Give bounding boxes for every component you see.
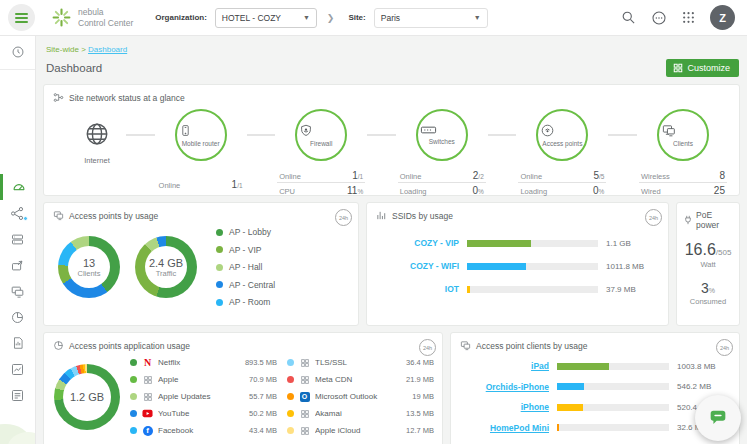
usage-bar [467, 263, 526, 270]
legend-item: AP - Room [216, 297, 275, 307]
status-card-title: Site network status at a glance [69, 93, 185, 103]
legend-item: AP - Hall [216, 262, 275, 272]
pin-navigation-icon[interactable] [0, 42, 35, 62]
app-launcher-icon[interactable] [682, 11, 695, 24]
card-title: Access points by usage [69, 211, 158, 221]
main-content: Site-wide > Dashboard Dashboard Customiz… [36, 36, 747, 444]
breadcrumb-current-link[interactable]: Dashboard [88, 45, 127, 54]
facebook-icon: f [142, 425, 153, 436]
client-link[interactable]: iPhone [453, 402, 549, 412]
legend-item: YouTube50.2 MB [130, 408, 277, 419]
account-avatar[interactable]: Z [710, 5, 735, 30]
application-usage-donut: 1.2 GB [54, 364, 120, 430]
client-row: HomePod Mini 32.6 MB [453, 423, 731, 433]
poe-power-card: PoE power 16.6/505 Watt 3% Consumed [676, 202, 740, 326]
card-title: Access point clients by usage [476, 341, 588, 351]
sidebar-decoration [0, 400, 35, 444]
time-range-badge[interactable]: 24h [419, 339, 436, 356]
organization-select[interactable]: HOTEL - COZY▼ [215, 8, 317, 28]
sidebar-item-gateway[interactable] [0, 252, 35, 278]
app-grid-icon [299, 374, 310, 385]
outlook-icon: O [299, 391, 310, 402]
sidebar-item-dashboard[interactable] [0, 174, 35, 200]
app-grid-icon [299, 357, 310, 368]
nebula-starburst-icon [51, 7, 72, 28]
connector-line [247, 134, 276, 136]
chat-bubble-icon [707, 407, 729, 429]
connector-line [367, 134, 396, 136]
status-node-firewall: Firewall Online1/1 CPU11% [275, 109, 367, 197]
ssid-row: IOT 37.9 MB [371, 284, 658, 294]
legend-item: TLS/SSL36.4 MB [287, 357, 434, 368]
switch-icon [420, 124, 464, 136]
devices-icon [460, 340, 471, 351]
client-row: Orchids-iPhone 546.2 MB [453, 382, 731, 392]
hamburger-menu-icon[interactable] [8, 4, 35, 31]
legend-item: AP - VIP [216, 245, 275, 255]
client-row: iPhone 520.4 MB [453, 402, 731, 412]
application-usage-card: Access points application usage 24h 1.2 … [43, 332, 443, 444]
chevron-down-icon: ▼ [474, 14, 481, 21]
topology-icon [53, 92, 64, 103]
app-grid-icon [299, 408, 310, 419]
power-plug-icon [683, 215, 693, 225]
ssid-link[interactable]: COZY - VIP [371, 238, 459, 248]
ssid-link[interactable]: COZY - WIFI [371, 261, 459, 271]
more-options-icon[interactable] [651, 10, 667, 26]
usage-bar [557, 404, 583, 411]
side-nav [0, 36, 36, 444]
site-select[interactable]: Paris▼ [374, 8, 488, 28]
card-title: PoE power [696, 210, 734, 230]
usage-bar [557, 363, 609, 370]
breadcrumb: Site-wide > Dashboard [46, 45, 740, 54]
client-link[interactable]: Orchids-iPhone [453, 382, 549, 392]
ssid-row: COZY - WIFI 1011.8 MB [371, 261, 658, 271]
access-points-by-usage-card: Access points by usage 24h 13Clients 2.4… [43, 202, 359, 326]
sidebar-item-report[interactable] [0, 330, 35, 356]
access-points-node[interactable]: Access points [536, 109, 588, 161]
legend-item: Apple70.9 MB [130, 374, 277, 385]
status-node-clients: Clients Wireless8 Wired25 [637, 109, 729, 197]
page-title: Dashboard [46, 62, 102, 74]
time-range-badge[interactable]: 24h [716, 339, 733, 356]
legend-item: Akamai13.5 MB [287, 408, 434, 419]
switches-node[interactable]: Switches [416, 109, 468, 161]
customize-grid-icon [673, 63, 683, 73]
bar-chart-icon [376, 210, 387, 221]
client-link[interactable]: iPad [453, 361, 549, 371]
logo-text: nebula Control Center [78, 7, 133, 27]
sidebar-item-analytics[interactable] [0, 356, 35, 382]
clients-node[interactable]: Clients [657, 109, 709, 161]
sidebar-item-access-points[interactable] [0, 278, 35, 304]
site-label: Site: [348, 13, 365, 22]
devices-icon [53, 210, 64, 221]
customize-button[interactable]: Customize [666, 59, 739, 77]
pie-chart-icon [53, 340, 64, 351]
client-link[interactable]: HomePod Mini [453, 423, 549, 433]
search-icon[interactable] [621, 10, 636, 25]
youtube-icon [142, 408, 153, 419]
firewall-node[interactable]: Firewall [295, 109, 347, 161]
legend-item: NNetflix893.5 MB [130, 357, 277, 368]
internet-label: Internet [84, 156, 109, 165]
status-node-mobile-router: Mobile router Online1/1 [155, 109, 247, 191]
client-devices-icon [661, 123, 705, 138]
network-status-card: Site network status at a glance Internet… [43, 84, 740, 196]
ssids-by-usage-card: SSIDs by usage 24h COZY - VIP 1.1 GB COZ… [366, 202, 669, 326]
usage-bar [557, 383, 584, 390]
time-range-badge[interactable]: 24h [645, 209, 662, 226]
status-node-switches: Switches Online2/2 Loading0% [396, 109, 488, 197]
breadcrumb-parent[interactable]: Site-wide [46, 45, 79, 54]
netflix-icon: N [142, 357, 153, 368]
time-range-badge[interactable]: 24h [335, 209, 352, 226]
sidebar-item-usage[interactable] [0, 304, 35, 330]
sidebar-item-topology[interactable] [0, 200, 35, 226]
support-chat-button[interactable] [695, 395, 741, 441]
ssid-link[interactable]: IOT [371, 284, 459, 294]
mobile-router-node[interactable]: Mobile router [175, 109, 227, 161]
nebula-logo[interactable]: nebula Control Center [51, 7, 133, 28]
globe-icon [84, 121, 110, 147]
legend-item: Apple Updates55.7 MB [130, 391, 277, 402]
sidebar-item-switches[interactable] [0, 226, 35, 252]
app-legend-col-2: TLS/SSL36.4 MB Meta CDN21.9 MB OMicrosof… [287, 357, 434, 436]
